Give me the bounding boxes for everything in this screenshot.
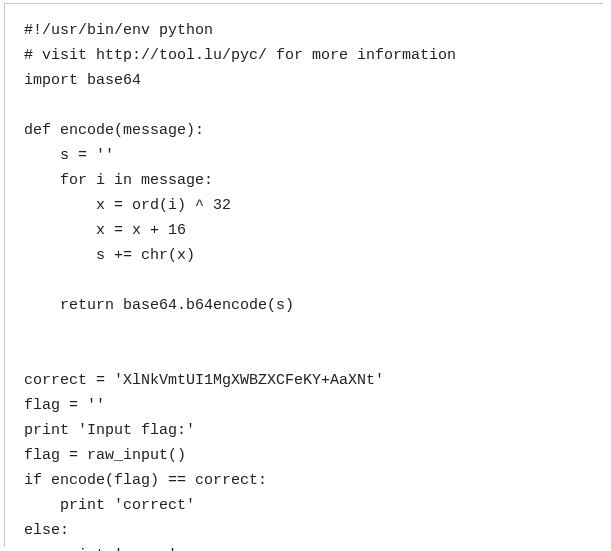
code-line: import base64 (24, 68, 611, 93)
code-line: correct = 'XlNkVmtUI1MgXWBZXCFeKY+AaXNt' (24, 368, 611, 393)
code-line (24, 343, 611, 368)
code-line: for i in message: (24, 168, 611, 193)
code-line: s += chr(x) (24, 243, 611, 268)
code-line: print 'wrong' (24, 543, 611, 551)
code-line (24, 93, 611, 118)
top-border (4, 3, 603, 4)
code-line: else: (24, 518, 611, 543)
code-line: x = ord(i) ^ 32 (24, 193, 611, 218)
code-block: #!/usr/bin/env python# visit http://tool… (0, 0, 611, 551)
code-line: print 'correct' (24, 493, 611, 518)
code-line: print 'Input flag:' (24, 418, 611, 443)
code-line: if encode(flag) == correct: (24, 468, 611, 493)
code-line: x = x + 16 (24, 218, 611, 243)
code-line (24, 268, 611, 293)
code-line: #!/usr/bin/env python (24, 18, 611, 43)
code-line: # visit http://tool.lu/pyc/ for more inf… (24, 43, 611, 68)
code-line: flag = raw_input() (24, 443, 611, 468)
code-viewport: #!/usr/bin/env python# visit http://tool… (0, 0, 611, 551)
code-line: def encode(message): (24, 118, 611, 143)
code-line: s = '' (24, 143, 611, 168)
code-line: flag = '' (24, 393, 611, 418)
code-line (24, 318, 611, 343)
left-border (4, 3, 5, 547)
code-line: return base64.b64encode(s) (24, 293, 611, 318)
